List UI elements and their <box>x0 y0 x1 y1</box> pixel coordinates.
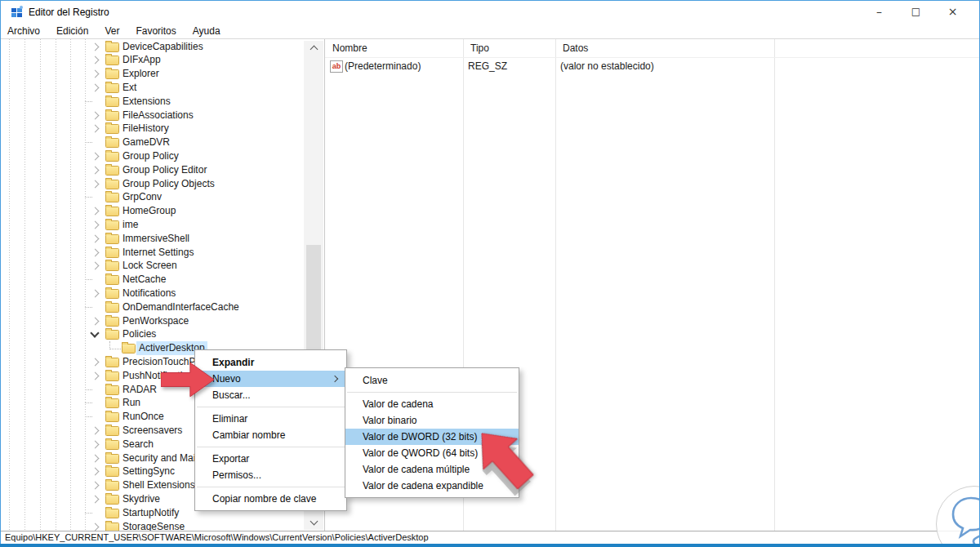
tree-item-label[interactable]: Policies <box>120 327 158 341</box>
tree-item-label[interactable]: Search <box>120 438 156 451</box>
tree-item-label[interactable]: FileHistory <box>120 122 172 136</box>
menu-ver[interactable]: Ver <box>96 25 127 37</box>
tree-item-label[interactable]: ImmersiveShell <box>120 232 192 246</box>
chevron-icon[interactable] <box>91 180 100 188</box>
tree-row[interactable]: GrpConv <box>1 190 303 204</box>
chevron-icon[interactable] <box>91 358 100 367</box>
tree-item-label[interactable]: Ext <box>120 81 139 95</box>
tree-row[interactable]: Ext <box>1 81 303 95</box>
tree-item-label[interactable]: Group Policy Editor <box>120 163 209 177</box>
tree-row[interactable]: HomeGroup <box>1 204 303 218</box>
tree-item-label[interactable]: Internet Settings <box>120 246 196 260</box>
menu-ayuda[interactable]: Ayuda <box>185 25 229 37</box>
chevron-icon[interactable] <box>91 454 100 462</box>
close-button[interactable]: × <box>934 1 971 23</box>
chevron-icon[interactable] <box>91 153 100 161</box>
tree-row[interactable]: Policies <box>1 327 303 341</box>
menu-item[interactable]: Cambiar nombre <box>195 427 346 443</box>
tree-row[interactable]: Lock Screen <box>1 259 303 273</box>
tree-row[interactable]: Extensions <box>1 95 303 109</box>
tree-row[interactable]: ImmersiveShell <box>1 232 303 246</box>
menu-item[interactable]: Exportar <box>195 451 346 467</box>
chevron-icon[interactable] <box>91 42 100 51</box>
tree-row[interactable]: Group Policy Objects <box>1 177 303 191</box>
tree-item-label[interactable]: PenWorkspace <box>120 314 191 328</box>
tree-item-label[interactable]: Explorer <box>120 67 162 81</box>
tree-item-label[interactable]: DIFxApp <box>120 53 163 67</box>
chevron-icon[interactable] <box>91 523 100 531</box>
chevron-icon[interactable] <box>91 70 100 78</box>
tree-item-label[interactable]: GrpConv <box>120 190 164 204</box>
tree-row[interactable]: ime <box>1 218 303 232</box>
tree-item-label[interactable]: SettingSync <box>120 465 177 478</box>
chevron-icon[interactable] <box>91 371 100 380</box>
chevron-icon[interactable] <box>91 221 100 229</box>
chevron-icon[interactable] <box>91 496 100 504</box>
tree-item-label[interactable]: Skydrive <box>120 492 163 506</box>
menu-item[interactable]: Copiar nombre de clave <box>195 491 346 507</box>
menu-item[interactable]: Valor de cadena <box>345 396 519 412</box>
chevron-icon[interactable] <box>91 111 100 119</box>
tree-item-label[interactable]: RunOnce <box>120 410 167 424</box>
tree-item-label[interactable]: OnDemandInterfaceCache <box>120 300 242 314</box>
chevron-icon[interactable] <box>91 290 100 298</box>
tree-row[interactable]: DIFxApp <box>1 53 303 67</box>
chevron-icon[interactable] <box>91 262 100 270</box>
column-header-tipo[interactable]: Tipo <box>463 39 563 57</box>
tree-row[interactable]: OnDemandInterfaceCache <box>1 300 303 314</box>
tree-item-label[interactable]: ime <box>120 218 140 232</box>
chevron-icon[interactable] <box>91 125 100 133</box>
tree-row[interactable]: GameDVR <box>1 136 303 149</box>
chevron-icon[interactable] <box>91 427 100 435</box>
tree-item-label[interactable]: Lock Screen <box>120 259 180 273</box>
chevron-icon[interactable] <box>91 234 100 242</box>
minimize-button[interactable]: – <box>861 1 898 23</box>
tree-row[interactable]: Group Policy <box>1 149 303 163</box>
chevron-icon[interactable] <box>91 56 100 64</box>
tree-item-label[interactable]: FileAssociations <box>120 109 196 122</box>
tree-row[interactable]: NetCache <box>1 273 303 287</box>
value-row[interactable]: ab (Predeterminado) REG_SZ (valor no est… <box>325 59 782 74</box>
chevron-icon[interactable] <box>91 84 100 92</box>
tree-row[interactable]: Group Policy Editor <box>1 163 303 177</box>
tree-item-label[interactable]: Extensions <box>120 95 173 109</box>
tree-row[interactable]: Notifications <box>1 287 303 300</box>
chevron-icon[interactable] <box>90 329 99 338</box>
menu-edicion[interactable]: Edición <box>48 25 96 37</box>
tree-row[interactable]: Internet Settings <box>1 246 303 260</box>
menu-archivo[interactable]: Archivo <box>1 25 48 37</box>
tree-item-label[interactable]: GameDVR <box>120 136 172 149</box>
menu-item[interactable]: Buscar... <box>195 387 346 403</box>
tree-row[interactable]: PenWorkspace <box>1 314 303 328</box>
tree-item-label[interactable]: DeviceCapabilities <box>120 40 206 54</box>
tree-item-label[interactable]: RADAR <box>120 383 159 397</box>
menu-item[interactable]: Permisos... <box>195 467 346 483</box>
menu-item[interactable]: Nuevo <box>195 371 346 387</box>
chevron-icon[interactable] <box>91 166 100 174</box>
tree-item-label[interactable]: Shell Extensions <box>120 478 198 492</box>
tree-item-label[interactable]: StorageSense <box>120 520 187 531</box>
chevron-icon[interactable] <box>91 317 100 325</box>
tree-item-label[interactable]: Run <box>120 396 143 410</box>
chevron-icon[interactable] <box>91 207 100 216</box>
chevron-icon[interactable] <box>91 482 100 490</box>
chevron-icon[interactable] <box>91 248 100 256</box>
tree-item-label[interactable]: HomeGroup <box>120 204 178 218</box>
tree-item-label[interactable]: Group Policy Objects <box>120 177 217 191</box>
tree-row[interactable]: FileAssociations <box>1 109 303 122</box>
tree-item-label[interactable]: Group Policy <box>120 149 181 163</box>
tree-item-label[interactable]: Screensavers <box>120 424 185 438</box>
value-name[interactable]: (Predeterminado) <box>345 59 421 74</box>
column-header-datos[interactable]: Datos <box>555 39 782 57</box>
tree-row[interactable]: DeviceCapabilities <box>1 40 303 54</box>
tree-item-label[interactable]: Notifications <box>120 287 178 300</box>
tree-row[interactable]: StorageSense <box>1 520 303 531</box>
menu-favoritos[interactable]: Favoritos <box>127 25 184 37</box>
menu-item[interactable]: Expandir <box>195 354 346 371</box>
scroll-down-icon[interactable] <box>310 518 318 526</box>
column-header-nombre[interactable]: Nombre <box>325 39 470 57</box>
chevron-icon[interactable] <box>91 440 100 448</box>
tree-row[interactable]: FileHistory <box>1 122 303 136</box>
menu-item[interactable]: Eliminar <box>195 411 346 427</box>
scroll-up-icon[interactable] <box>310 46 318 54</box>
